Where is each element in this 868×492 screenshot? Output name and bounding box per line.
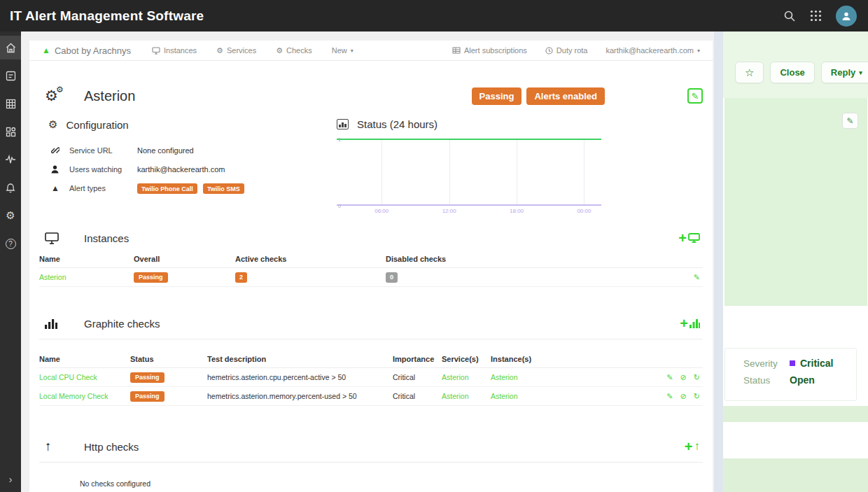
- person-icon: [841, 10, 852, 22]
- service-url-label: Service URL: [69, 146, 137, 155]
- cabot-logo-icon: ▲: [42, 46, 50, 55]
- sidebar-item-list[interactable]: [0, 64, 21, 87]
- sidebar-expand-chevron[interactable]: ›: [0, 474, 21, 485]
- check-service-link[interactable]: Asterion: [442, 392, 491, 400]
- edit-note-button[interactable]: ✎: [842, 113, 858, 129]
- check-instance-link[interactable]: Asterion: [491, 392, 554, 400]
- left-sidebar: ⚙ ? ›: [0, 31, 21, 492]
- home-icon: [6, 43, 16, 53]
- gear-icon: ⚙: [6, 209, 15, 222]
- sidebar-item-notifications[interactable]: [0, 176, 21, 199]
- star-button[interactable]: ☆: [735, 62, 764, 83]
- http-header-row: ↑ Http checks + ↑: [39, 434, 703, 459]
- edit-check-icon[interactable]: ✎: [666, 373, 673, 382]
- col-header-status: Status: [130, 355, 172, 363]
- chart-gridline: [584, 140, 584, 205]
- panel-section-strip: [723, 406, 868, 422]
- edit-check-icon[interactable]: ✎: [666, 392, 673, 401]
- alert-types-row: ▲ Alert types Twilio Phone Call Twilio S…: [39, 178, 337, 197]
- disable-check-icon[interactable]: ⊘: [680, 373, 687, 382]
- refresh-check-icon[interactable]: ↻: [694, 373, 700, 382]
- nav-item-label: Checks: [286, 46, 312, 55]
- graphite-header-row: Graphite checks +: [39, 311, 703, 336]
- activity-icon: [5, 155, 16, 164]
- check-importance: Critical: [393, 392, 442, 400]
- check-service-link[interactable]: Asterion: [442, 373, 491, 381]
- http-heading: Http checks: [84, 441, 139, 453]
- add-instance-button[interactable]: +: [678, 231, 700, 245]
- caret-down-icon: ▾: [351, 48, 354, 54]
- disable-check-icon[interactable]: ⊘: [680, 392, 687, 401]
- instance-overall-badge: Passing: [134, 272, 168, 283]
- reply-button[interactable]: Reply ▾: [821, 62, 868, 83]
- monitor-icon: [152, 47, 160, 55]
- x-tick-label: 06:00: [374, 208, 388, 214]
- service-badges: Passing Alerts enabled: [472, 87, 605, 105]
- sidebar-item-activity[interactable]: [0, 148, 21, 171]
- bell-icon: [6, 183, 15, 193]
- caret-down-icon: ▾: [697, 48, 700, 54]
- bars-icon: [45, 318, 57, 329]
- topbar-actions: [783, 6, 857, 27]
- cogs-icon: ⚙⚙: [45, 87, 66, 105]
- check-name-link[interactable]: Local Memory Check: [39, 392, 130, 400]
- nav-item-alert-subscriptions[interactable]: Alert subscriptions: [452, 46, 527, 55]
- add-graphite-check-button[interactable]: +: [680, 316, 700, 330]
- brand-link[interactable]: ▲ Cabot by Arachnys: [42, 45, 131, 56]
- nav-user-menu[interactable]: karthik@hackerearth.com ▾: [606, 46, 700, 55]
- nav-item-new[interactable]: New ▾: [332, 46, 354, 55]
- active-checks-badge: 2: [235, 272, 247, 283]
- nav-item-services[interactable]: ⚙ Services: [216, 46, 256, 55]
- link-icon: [51, 146, 69, 155]
- add-http-check-button[interactable]: + ↑: [685, 440, 700, 454]
- x-tick-label: 00:00: [577, 208, 591, 214]
- sidebar-item-help[interactable]: ?: [0, 232, 21, 255]
- chart-x-axis: [337, 204, 601, 206]
- check-instance-link[interactable]: Asterion: [491, 373, 554, 381]
- alert-type-badges: Twilio Phone Call Twilio SMS: [137, 184, 248, 192]
- status-value: Open: [790, 374, 815, 386]
- sidebar-item-dashboard[interactable]: [0, 120, 21, 143]
- cogs-icon: ⚙: [216, 46, 223, 55]
- edit-instance-icon[interactable]: ✎: [694, 273, 700, 282]
- check-status-badge: Passing: [130, 372, 164, 383]
- app-title: IT Alert Management Software: [10, 8, 204, 24]
- instance-name-link[interactable]: Asterion: [39, 273, 134, 281]
- col-header-services: Service(s): [442, 355, 491, 363]
- panel-scrollbar[interactable]: [714, 31, 723, 492]
- apps-grid-icon[interactable]: [810, 10, 822, 22]
- user-avatar[interactable]: [836, 6, 857, 27]
- configuration-section: ⚙ Configuration Service URL: [39, 118, 337, 207]
- graphite-check-row: Local Memory Check Passing hemetrics.ast…: [39, 387, 703, 406]
- service-title: Asterion: [84, 88, 135, 104]
- alerts-enabled-badge: Alerts enabled: [526, 87, 605, 105]
- chart-gridline: [449, 140, 450, 205]
- nav-item-duty-rota[interactable]: Duty rota: [545, 46, 588, 55]
- sidebar-item-table[interactable]: [0, 92, 21, 115]
- y-tick-label: 0: [338, 204, 341, 209]
- check-name-link[interactable]: Local CPU Check: [39, 373, 130, 381]
- configuration-heading-row: ⚙ Configuration: [39, 118, 337, 131]
- nav-item-instances[interactable]: Instances: [152, 46, 197, 55]
- star-icon: ☆: [745, 66, 754, 79]
- graphite-table-header: Name Status Test description Importance …: [39, 351, 703, 368]
- sidebar-item-settings[interactable]: ⚙: [0, 204, 21, 227]
- gear-icon: ⚙: [48, 118, 57, 131]
- search-icon[interactable]: [783, 10, 796, 22]
- http-icon-col: ↑: [39, 439, 84, 454]
- configuration-heading: Configuration: [66, 119, 128, 131]
- sidebar-item-home[interactable]: [0, 36, 21, 59]
- col-header-importance: Importance: [393, 355, 442, 363]
- severity-value: Critical: [800, 358, 833, 369]
- instances-table-header: Name Overall Active checks Disabled chec…: [39, 251, 703, 268]
- nav-item-checks[interactable]: ⚙ Checks: [276, 46, 312, 55]
- plus-icon: +: [680, 316, 688, 330]
- gear-icon: ⚙: [276, 46, 283, 55]
- caret-down-icon: ▾: [859, 69, 862, 76]
- refresh-check-icon[interactable]: ↻: [694, 392, 700, 401]
- edit-service-button[interactable]: ✎: [687, 88, 703, 104]
- warning-icon: ▲: [51, 183, 69, 193]
- close-button[interactable]: Close: [770, 62, 814, 83]
- pencil-icon: ✎: [846, 116, 853, 126]
- cabot-navbar: ▲ Cabot by Arachnys Instances ⚙ Services…: [29, 41, 713, 61]
